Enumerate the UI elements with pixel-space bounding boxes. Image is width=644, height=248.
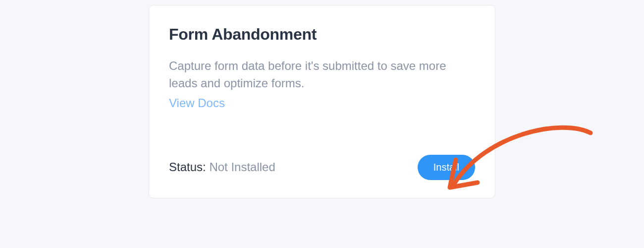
- addon-card: Form Abandonment Capture form data befor…: [149, 5, 495, 198]
- status-label: Status:: [169, 160, 206, 174]
- install-button[interactable]: Install: [418, 155, 475, 180]
- status-value: Not Installed: [209, 160, 275, 174]
- card-description: Capture form data before it's submitted …: [169, 58, 475, 92]
- status-line: Status: Not Installed: [169, 160, 275, 174]
- card-title: Form Abandonment: [169, 25, 475, 44]
- card-footer: Status: Not Installed Install: [169, 155, 475, 180]
- view-docs-link[interactable]: View Docs: [169, 96, 225, 110]
